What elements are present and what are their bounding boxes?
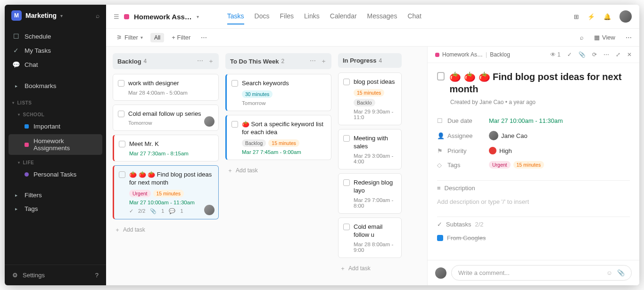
subtask-item[interactable]: From Googles	[437, 232, 630, 244]
task-complete-checkbox[interactable]	[437, 72, 445, 81]
column-header[interactable]: Backlog 4 ⋯＋	[113, 53, 219, 69]
section-life[interactable]: ▾LIFE	[5, 155, 106, 167]
attachment-icon[interactable]: 📎	[617, 269, 625, 276]
workspace-name: Marketing	[25, 12, 57, 19]
list-personal[interactable]: Personal Tasks	[8, 168, 102, 181]
activity-icon[interactable]: ⟳	[592, 51, 597, 58]
plus-icon: ＋	[227, 167, 233, 175]
description-input[interactable]: Add description or type '/' to insert	[437, 195, 630, 208]
tab-files[interactable]: Files	[280, 8, 294, 24]
expand-icon[interactable]: ⤢	[616, 51, 620, 58]
column-header[interactable]: To Do This Week 2 ⋯＋	[225, 53, 331, 69]
sidebar-schedule[interactable]: ☐Schedule	[8, 29, 102, 43]
tag: Backlog	[242, 139, 266, 147]
view-button[interactable]: ▦View	[591, 32, 618, 42]
tab-chat[interactable]: Chat	[407, 8, 421, 24]
tags-value[interactable]: Urgent15 minutes	[489, 161, 544, 169]
check-icon[interactable]: ✓	[567, 51, 572, 58]
priority-value[interactable]: High	[489, 147, 512, 154]
sidebar-mytasks[interactable]: ✓My Tasks	[8, 43, 102, 57]
emoji-icon[interactable]: ☺	[606, 269, 612, 276]
bolt-icon[interactable]: ⚡	[587, 13, 595, 20]
task-card[interactable]: work with designer Mar 28 4:00am - 5:00a…	[113, 74, 219, 101]
column-header[interactable]: In Progress 4	[338, 53, 402, 68]
settings-button[interactable]: ⚙Settings ?	[5, 265, 106, 285]
sidebar-tags[interactable]: ▸Tags	[8, 202, 102, 216]
more-icon[interactable]: ⋯	[198, 32, 210, 42]
tab-docs[interactable]: Docs	[255, 8, 270, 24]
more-icon[interactable]: ⋯	[197, 57, 203, 65]
menu-icon[interactable]: ☰	[114, 13, 119, 20]
list-homework[interactable]: Homework Assignments	[8, 134, 102, 155]
sidebar-filters[interactable]: ▸Filters	[8, 188, 102, 202]
list-color-dot	[25, 124, 29, 129]
tag: Urgent	[489, 161, 511, 169]
checkbox[interactable]	[231, 121, 238, 128]
checkbox-checked[interactable]	[437, 235, 443, 241]
add-task-button[interactable]: ＋Add task	[338, 262, 402, 275]
sidebar-bookmarks[interactable]: ▸Bookmarks	[8, 79, 102, 93]
tab-calendar[interactable]: Calendar	[330, 8, 357, 24]
comment-input[interactable]: Write a comment... ☺📎	[451, 265, 632, 281]
task-card[interactable]: 🍅 Sort a specific keyword list for each …	[225, 115, 331, 160]
tab-tasks[interactable]: Tasks	[227, 8, 244, 24]
checkbox[interactable]	[231, 80, 238, 87]
description-section: ≡Description	[437, 180, 630, 195]
sidebar-chat[interactable]: 💬Chat	[8, 57, 102, 72]
page-title[interactable]: Homework Ass…	[134, 13, 192, 21]
task-card[interactable]: blog post ideas 15 minutesBacklo Mar 29 …	[338, 72, 402, 125]
close-icon[interactable]: ✕	[627, 51, 632, 58]
checkbox[interactable]	[343, 79, 350, 85]
task-card[interactable]: Meeting with sales Mar 29 3:00am - 4:00	[338, 129, 402, 169]
task-card-selected[interactable]: 🍅 🍅 🍅 Find blog post ideas for next mont…	[113, 165, 219, 219]
tab-messages[interactable]: Messages	[367, 8, 397, 24]
task-title[interactable]: 🍅 🍅 🍅 Find blog post ideas for next mont…	[449, 71, 630, 95]
assignee-value[interactable]: Jane Cao	[489, 131, 528, 140]
filter-all-pill[interactable]: All	[150, 33, 164, 42]
task-card[interactable]: Search keywords 30 minutes Tomorrow	[225, 74, 331, 111]
checkbox[interactable]	[343, 224, 350, 230]
plus-icon[interactable]: ＋	[321, 57, 327, 65]
chevron-down-icon[interactable]: ▾	[197, 14, 199, 19]
search-icon[interactable]: ⌕	[96, 12, 99, 19]
filter-button[interactable]: ⚞Filter▾	[114, 32, 146, 42]
attachment-icon[interactable]: 📎	[578, 51, 586, 58]
checkbox[interactable]	[119, 141, 125, 147]
add-filter-button[interactable]: + Filter	[169, 32, 193, 42]
checkbox[interactable]	[118, 80, 124, 87]
views-count[interactable]: 👁1	[550, 51, 561, 58]
help-icon[interactable]: ?	[95, 272, 99, 279]
task-card[interactable]: Cold email follow u Mar 28 8:00am - 9:00	[338, 218, 402, 258]
checkbox[interactable]	[118, 111, 124, 117]
checkbox[interactable]	[343, 179, 350, 186]
task-card[interactable]: Redesign blog layo Mar 29 7:00am - 8:00	[338, 173, 402, 214]
sidebar-item-label: Filters	[25, 192, 42, 199]
due-date-value[interactable]: Mar 27 10:00am - 11:30am	[489, 117, 563, 124]
section-school[interactable]: ▾SCHOOL	[5, 107, 106, 119]
workspace-switcher[interactable]: M Marketing ▾	[11, 10, 63, 21]
more-icon[interactable]: ⋯	[603, 51, 609, 58]
gear-icon: ⚙	[12, 272, 18, 279]
list-important[interactable]: Important	[8, 120, 102, 133]
section-lists[interactable]: ▾Lists	[5, 96, 106, 107]
bell-icon[interactable]: 🔔	[603, 13, 611, 20]
card-date: Mar 28 4:00am - 5:00am	[128, 90, 214, 96]
detail-breadcrumb[interactable]: Homework As… | Backlog	[435, 51, 510, 58]
search-icon[interactable]: ⌕	[580, 34, 584, 41]
list-color-dot	[25, 172, 29, 177]
tab-links[interactable]: Links	[304, 8, 320, 24]
filterbar: ⚞Filter▾ All + Filter ⋯ ⌕ ▦View ⋯	[106, 29, 639, 47]
apps-icon[interactable]: ⊞	[574, 13, 579, 20]
add-task-button[interactable]: ＋Add task	[113, 223, 219, 237]
subtasks-section: ✓Subtasks2/2	[437, 217, 630, 232]
column-backlog: Backlog 4 ⋯＋ work with designer Mar 28 4…	[113, 53, 219, 279]
more-icon[interactable]: ⋯	[626, 34, 632, 41]
plus-icon[interactable]: ＋	[208, 57, 214, 65]
task-card[interactable]: Meet Mr. K Mar 27 7:30am - 8:15am	[113, 135, 219, 161]
task-card[interactable]: Cold email follow up series Tomorrow	[113, 105, 219, 131]
add-task-button[interactable]: ＋Add task	[225, 164, 331, 177]
checkbox[interactable]	[343, 135, 350, 142]
more-icon[interactable]: ⋯	[310, 57, 316, 65]
user-avatar[interactable]	[619, 10, 632, 23]
checkbox[interactable]	[119, 171, 125, 178]
